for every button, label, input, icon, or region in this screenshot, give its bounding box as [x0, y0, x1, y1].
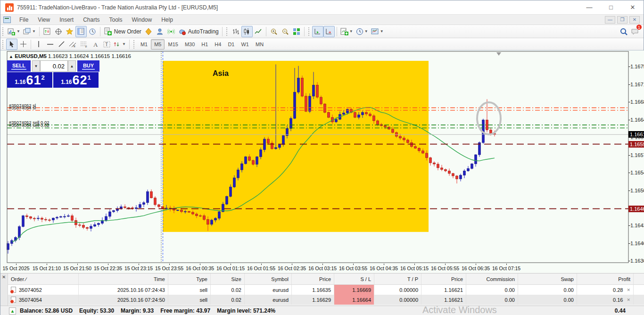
order-cell: 0.00000 — [374, 285, 421, 295]
timeframe-m5[interactable]: M5 — [151, 39, 165, 50]
column-header-symbol[interactable]: Symbol — [245, 274, 292, 284]
bar-chart-mode-button[interactable] — [230, 26, 241, 37]
menu-view[interactable]: View — [33, 16, 55, 24]
signals-button[interactable] — [165, 26, 177, 37]
column-header-swap[interactable]: Swap — [518, 274, 577, 284]
periods-button[interactable]: ▼ — [355, 26, 370, 37]
vertical-line-tool[interactable] — [33, 39, 44, 50]
buy-price-display[interactable]: 1.16 62 1 — [53, 72, 99, 88]
strategy-tester-button[interactable] — [87, 26, 98, 37]
candlestick-mode-button[interactable] — [241, 26, 253, 37]
column-header-order[interactable]: Order ∕ — [8, 274, 79, 284]
order-row[interactable]: 350740542025.10.16 07:24:50sell0.02eurus… — [8, 295, 644, 305]
trendline-tool[interactable] — [56, 39, 67, 50]
order-cell: 2025.10.16 07:24:43 — [79, 285, 168, 295]
terminal-close-icon[interactable]: ✕ — [2, 274, 6, 280]
column-header-size[interactable]: Size — [211, 274, 245, 284]
timeframe-m30[interactable]: M30 — [182, 39, 198, 50]
collapse-marker-icon[interactable]: ▲ — [9, 54, 13, 59]
close-button[interactable]: ✕ — [622, 0, 644, 14]
new-chart-button[interactable]: ▼ — [6, 26, 22, 37]
menu-tools[interactable]: Tools — [105, 16, 127, 24]
market-watch-button[interactable] — [41, 26, 53, 37]
timeframe-m1[interactable]: M1 — [137, 39, 151, 50]
child-minimize-button[interactable]: — — [605, 16, 615, 24]
volume-increase-button[interactable]: ▲ — [68, 60, 76, 72]
order-row[interactable]: 350740522025.10.16 07:24:43sell0.02eurus… — [8, 285, 644, 295]
sell-button[interactable]: SELL — [7, 60, 31, 72]
zoom-in-button[interactable] — [268, 26, 280, 37]
column-header-profit[interactable]: Profit — [577, 274, 634, 284]
candle-body — [233, 178, 236, 187]
price-axis-label: 1.16645 — [630, 117, 644, 123]
new-order-button[interactable]: New Order — [102, 26, 143, 37]
crosshair-tool[interactable] — [17, 39, 29, 50]
data-window-button[interactable] — [53, 26, 64, 37]
column-header-sl[interactable]: S / L — [334, 274, 374, 284]
navigator-button[interactable] — [64, 26, 75, 37]
child-restore-button[interactable]: ❐ — [617, 16, 627, 24]
timeframe-m15[interactable]: M15 — [165, 39, 181, 50]
time-axis-label: 15 Oct 2025 — [2, 265, 29, 271]
indicators-button[interactable]: ▼ — [339, 26, 355, 37]
timeframe-h1[interactable]: H1 — [198, 39, 211, 50]
candle-body — [301, 78, 304, 96]
column-header-time[interactable]: Time — [79, 274, 168, 284]
profiles-button-dropdown-icon[interactable]: ▼ — [32, 29, 36, 33]
timeframe-w1[interactable]: W1 — [238, 39, 252, 50]
cell-value: 35074052 — [19, 287, 42, 293]
menu-window[interactable]: Window — [127, 16, 157, 24]
profiles-button[interactable]: ▼ — [22, 26, 37, 37]
cursor-tool[interactable] — [6, 39, 17, 50]
column-header-type[interactable]: Type — [168, 274, 211, 284]
search-button[interactable] — [618, 26, 629, 37]
notifications-button[interactable]: 1 — [629, 26, 641, 37]
sell-price-display[interactable]: 1.16 61 2 — [7, 72, 52, 88]
terminal-button[interactable] — [75, 26, 87, 37]
column-header-price[interactable]: Price — [421, 274, 466, 284]
time-axis-label: 16 Oct 02:35 — [278, 265, 306, 271]
auto-scroll-button[interactable] — [312, 26, 323, 37]
chart-area[interactable]: Asia#35074052 sl#35074054 sl#35074052 se… — [0, 50, 644, 273]
close-order-icon[interactable]: ✕ — [627, 298, 630, 302]
child-close-button[interactable]: ✕ — [629, 16, 640, 24]
tile-windows-button[interactable] — [291, 26, 302, 37]
timeframe-h4[interactable]: H4 — [211, 39, 224, 50]
text-tool[interactable]: A — [90, 39, 101, 50]
line-chart-mode-button[interactable] — [253, 26, 264, 37]
experts-button[interactable] — [154, 26, 165, 37]
periods-button-dropdown-icon[interactable]: ▼ — [364, 29, 368, 33]
column-header-commission[interactable]: Commission — [466, 274, 518, 284]
chart-shift-button[interactable] — [323, 26, 335, 37]
timeframe-d1[interactable]: D1 — [224, 39, 238, 50]
minimize-button[interactable]: — — [578, 0, 600, 14]
menu-help[interactable]: Help — [157, 16, 178, 24]
menu-insert[interactable]: Insert — [55, 16, 78, 24]
order-cell: 0.28✕ — [577, 285, 634, 295]
candle-body — [290, 118, 292, 128]
channel-tool[interactable]: E — [67, 39, 78, 50]
column-header-tp[interactable]: T / P — [374, 274, 421, 284]
arrows-tool[interactable]: ▼ — [112, 39, 127, 50]
volume-input[interactable]: 0.02 — [40, 60, 68, 72]
zoom-out-button[interactable] — [280, 26, 291, 37]
maximize-button[interactable]: □ — [600, 0, 622, 14]
column-header-price[interactable]: Price — [292, 274, 334, 284]
indicators-button-dropdown-icon[interactable]: ▼ — [349, 29, 353, 33]
close-order-icon[interactable]: ✕ — [627, 288, 630, 292]
volume-decrease-button[interactable]: ▼ — [32, 60, 40, 72]
timeframe-mn[interactable]: MN — [252, 39, 267, 50]
autotrading-button[interactable]: AutoTrading — [177, 26, 220, 37]
templates-button-dropdown-icon[interactable]: ▼ — [380, 29, 384, 33]
menu-charts[interactable]: Charts — [78, 16, 104, 24]
fibonacci-tool[interactable]: F — [78, 39, 90, 50]
new-chart-button-dropdown-icon[interactable]: ▼ — [17, 29, 20, 33]
menu-file[interactable]: File — [15, 16, 33, 24]
metaeditor-button[interactable] — [143, 26, 154, 37]
buy-button[interactable]: BUY — [77, 60, 99, 72]
horizontal-line-tool[interactable] — [44, 39, 56, 50]
label-tool[interactable]: T — [101, 39, 112, 50]
templates-button[interactable]: ▼ — [370, 26, 385, 37]
label-tool-icon: T — [103, 41, 110, 48]
arrows-tool-dropdown-icon[interactable]: ▼ — [122, 42, 126, 46]
